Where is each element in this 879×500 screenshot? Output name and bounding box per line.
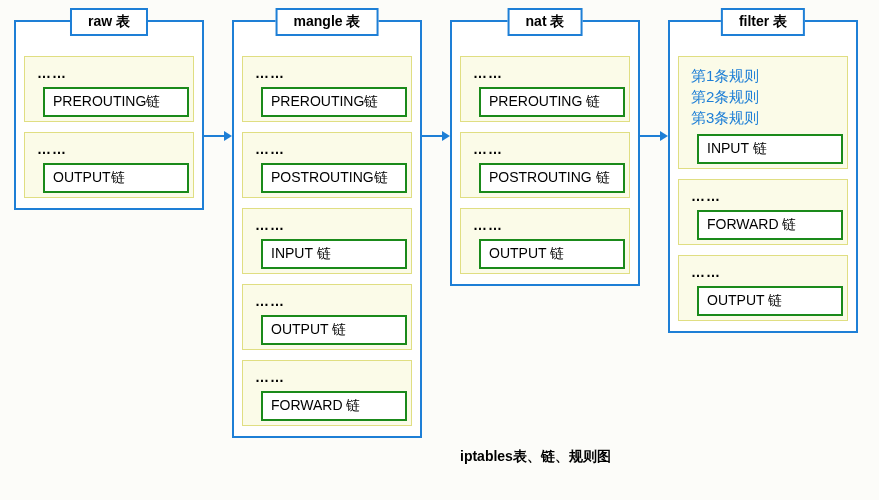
svg-marker-1 bbox=[224, 131, 232, 141]
chain-group: …… OUTPUT 链 bbox=[242, 284, 412, 350]
chain-label: FORWARD 链 bbox=[697, 210, 843, 240]
chain-rules-placeholder: …… bbox=[31, 139, 187, 163]
chain-label: POSTROUTING链 bbox=[261, 163, 407, 193]
chain-label: PREROUTING 链 bbox=[479, 87, 625, 117]
chain-label: PREROUTING链 bbox=[261, 87, 407, 117]
chain-rules-placeholder: …… bbox=[249, 63, 405, 87]
chain-rules-placeholder: …… bbox=[685, 186, 841, 210]
rule-item: 第2条规则 bbox=[691, 86, 835, 107]
chain-rules-placeholder: …… bbox=[249, 291, 405, 315]
chain-group: …… FORWARD 链 bbox=[242, 360, 412, 426]
chain-rules-placeholder: …… bbox=[467, 63, 623, 87]
svg-marker-5 bbox=[660, 131, 668, 141]
diagram-caption: iptables表、链、规则图 bbox=[460, 448, 611, 466]
chain-group: …… INPUT 链 bbox=[242, 208, 412, 274]
table-title: raw 表 bbox=[70, 8, 148, 36]
chain-group: …… PREROUTING 链 bbox=[460, 56, 630, 122]
arrow-icon bbox=[422, 20, 450, 140]
chain-rules-list: 第1条规则 第2条规则 第3条规则 bbox=[685, 63, 841, 134]
chain-rules-placeholder: …… bbox=[685, 262, 841, 286]
chain-group: …… FORWARD 链 bbox=[678, 179, 848, 245]
arrow-icon bbox=[640, 20, 668, 140]
table-title: filter 表 bbox=[721, 8, 805, 36]
chain-group: …… PREROUTING链 bbox=[242, 56, 412, 122]
chain-label: FORWARD 链 bbox=[261, 391, 407, 421]
table-filter: filter 表 第1条规则 第2条规则 第3条规则 INPUT 链 …… FO… bbox=[668, 20, 858, 333]
chain-label: OUTPUT链 bbox=[43, 163, 189, 193]
chain-label: POSTROUTING 链 bbox=[479, 163, 625, 193]
chain-group: …… OUTPUT 链 bbox=[460, 208, 630, 274]
svg-marker-3 bbox=[442, 131, 450, 141]
table-mangle: mangle 表 …… PREROUTING链 …… POSTROUTING链 … bbox=[232, 20, 422, 438]
table-raw: raw 表 …… PREROUTING链 …… OUTPUT链 bbox=[14, 20, 204, 210]
arrow-icon bbox=[204, 20, 232, 140]
chain-rules-placeholder: …… bbox=[467, 139, 623, 163]
chain-rules-placeholder: …… bbox=[467, 215, 623, 239]
chain-group: …… POSTROUTING 链 bbox=[460, 132, 630, 198]
chain-group: …… POSTROUTING链 bbox=[242, 132, 412, 198]
chain-label: OUTPUT 链 bbox=[479, 239, 625, 269]
chain-rules-placeholder: …… bbox=[249, 367, 405, 391]
chain-rules-placeholder: …… bbox=[249, 215, 405, 239]
rule-item: 第1条规则 bbox=[691, 65, 835, 86]
chain-label: INPUT 链 bbox=[261, 239, 407, 269]
table-nat: nat 表 …… PREROUTING 链 …… POSTROUTING 链 …… bbox=[450, 20, 640, 286]
chain-group: …… OUTPUT链 bbox=[24, 132, 194, 198]
diagram-columns: raw 表 …… PREROUTING链 …… OUTPUT链 mangle 表… bbox=[14, 20, 865, 438]
chain-rules-placeholder: …… bbox=[31, 63, 187, 87]
table-title: nat 表 bbox=[508, 8, 583, 36]
table-title: mangle 表 bbox=[276, 8, 379, 36]
chain-group: …… OUTPUT 链 bbox=[678, 255, 848, 321]
chain-label: OUTPUT 链 bbox=[261, 315, 407, 345]
chain-group: 第1条规则 第2条规则 第3条规则 INPUT 链 bbox=[678, 56, 848, 169]
chain-rules-placeholder: …… bbox=[249, 139, 405, 163]
chain-label: OUTPUT 链 bbox=[697, 286, 843, 316]
chain-group: …… PREROUTING链 bbox=[24, 56, 194, 122]
chain-label: INPUT 链 bbox=[697, 134, 843, 164]
rule-item: 第3条规则 bbox=[691, 107, 835, 128]
chain-label: PREROUTING链 bbox=[43, 87, 189, 117]
